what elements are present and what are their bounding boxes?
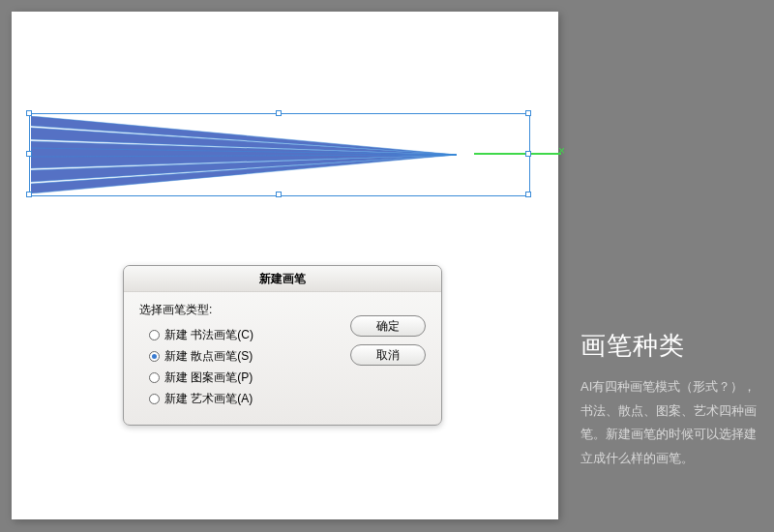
radio-label: 新建 书法画笔(C) (164, 326, 253, 343)
annotation-body: AI有四种画笔模式（形式？），书法、散点、图案、艺术四种画笔。新建画笔的时候可以… (580, 375, 759, 471)
radio-icon (149, 351, 160, 362)
cancel-button[interactable]: 取消 (350, 344, 426, 366)
radio-pattern-brush[interactable]: 新建 图案画笔(P) (139, 367, 339, 388)
radio-label: 新建 散点画笔(S) (164, 347, 253, 365)
radio-label: 新建 图案画笔(P) (164, 369, 253, 386)
radio-icon (149, 394, 160, 404)
new-brush-dialog: 新建画笔 选择画笔类型: 新建 书法画笔(C) 新建 散点画笔(S) 新建 图案… (123, 265, 442, 426)
artboard: 新建画笔 选择画笔类型: 新建 书法画笔(C) 新建 散点画笔(S) 新建 图案… (12, 12, 558, 519)
transform-axis-line (474, 153, 561, 155)
brush-strokes-artwork[interactable] (31, 116, 529, 193)
radio-scatter-brush[interactable]: 新建 散点画笔(S) (139, 345, 339, 367)
radio-icon (149, 330, 160, 340)
radio-calligraphic-brush[interactable]: 新建 书法画笔(C) (139, 324, 339, 345)
radio-art-brush[interactable]: 新建 艺术画笔(A) (139, 388, 339, 409)
radio-label: 新建 艺术画笔(A) (164, 390, 253, 407)
annotation-heading: 画笔种类 (580, 329, 685, 363)
radio-icon (149, 372, 160, 383)
dialog-title: 新建画笔 (124, 266, 441, 292)
ok-button[interactable]: 确定 (350, 315, 426, 337)
brush-type-label: 选择画笔类型: (139, 302, 339, 318)
